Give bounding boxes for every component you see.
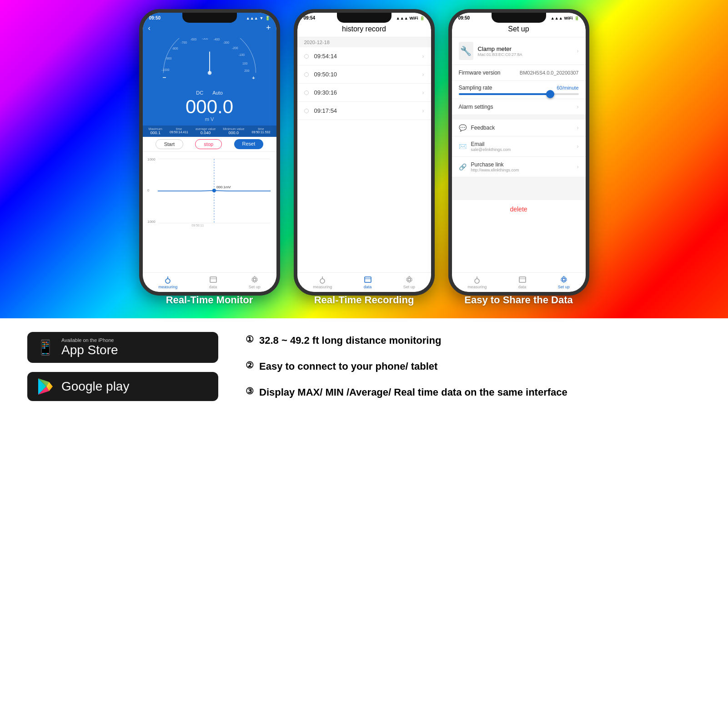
- label-monitor: Real-Time Monitor: [139, 294, 280, 306]
- svg-text:-700: -700: [181, 41, 187, 44]
- meter-display: -1000 -900 -800 -700 -600 -500 -400 -300…: [143, 35, 276, 126]
- record-circle-2: [304, 72, 309, 77]
- phone-measuring: 09:50 ▲▲▲ ▼ 🔋 ‹ +: [139, 9, 280, 296]
- purchase-icon: 🔗: [459, 163, 467, 171]
- feedback-label: Feedback: [471, 125, 495, 131]
- svg-text:-600: -600: [190, 38, 196, 41]
- appstore-icon: 📱: [36, 339, 55, 356]
- device-name: Clamp meter: [478, 45, 522, 52]
- app-badges: 📱 Available on the iPhone App Store: [27, 332, 218, 401]
- label-share: Easy to Share the Data: [448, 294, 589, 306]
- feedback-item[interactable]: 💬 Feedback ›: [452, 120, 586, 136]
- device-info: Clamp meter Mac:01:B3:EC:C0:27:8A: [478, 45, 522, 57]
- alarm-item[interactable]: Alarm settings ›: [452, 99, 586, 115]
- feature-num-2: ②: [246, 360, 254, 371]
- back-icon[interactable]: ‹: [148, 24, 151, 32]
- device-mac: Mac:01:B3:EC:C0:27:8A: [478, 52, 522, 57]
- history-title: history record: [297, 21, 431, 37]
- firmware-value: BM02H5S4.0.0_20200307: [520, 70, 579, 75]
- sampling-slider[interactable]: [459, 93, 579, 95]
- purchase-url: http://www.elinkthings.com: [471, 168, 519, 172]
- meter-header: ‹ +: [143, 21, 276, 35]
- alarm-label: Alarm settings: [459, 104, 493, 110]
- label-recording: Real-Time Recording: [294, 294, 435, 306]
- appstore-small: Available on the iPhone: [61, 337, 118, 343]
- appstore-badge[interactable]: 📱 Available on the iPhone App Store: [27, 332, 218, 363]
- sampling-label: Sampling rate: [459, 85, 492, 91]
- features-list: ① 32.8 ~ 49.2 ft long distance monitorin…: [246, 332, 701, 401]
- feature-1: ① 32.8 ~ 49.2 ft long distance monitorin…: [246, 334, 701, 347]
- stats-row: Maximum 000.1 time 09:50:14.411 average …: [143, 126, 276, 137]
- purchase-item[interactable]: 🔗 Purchase link http://www.elinkthings.c…: [452, 157, 586, 177]
- svg-text:-300: -300: [223, 41, 229, 44]
- slider-thumb[interactable]: [546, 90, 554, 98]
- appstore-text: Available on the iPhone App Store: [61, 337, 118, 357]
- googleplay-text: Google play: [61, 379, 129, 394]
- chevron-2: ›: [422, 71, 424, 78]
- svg-point-40: [562, 278, 565, 281]
- svg-text:0: 0: [147, 188, 149, 192]
- email-item[interactable]: ✉️ Email sale@elinkthings.com ›: [452, 136, 586, 157]
- divider-1: [452, 115, 586, 120]
- history-item-4[interactable]: 09:17:54 ›: [297, 102, 431, 120]
- appstore-big: App Store: [61, 343, 118, 357]
- time-2: 09:54: [304, 15, 316, 20]
- notch-3: [492, 13, 546, 23]
- googleplay-badge[interactable]: Google play: [27, 372, 218, 401]
- delete-button[interactable]: delete: [452, 200, 586, 218]
- google-play-icon: [36, 377, 55, 396]
- history-item-3[interactable]: 09:30:16 ›: [297, 84, 431, 102]
- gray-area: [452, 177, 586, 200]
- svg-text:-1000: -1000: [161, 68, 170, 71]
- setup-title: Set up: [452, 21, 586, 37]
- email-icon: ✉️: [459, 143, 467, 150]
- feature-3: ③ Display MAX/ MIN /Average/ Real time d…: [246, 386, 701, 399]
- status-icons-1: ▲▲▲ ▼ 🔋: [246, 16, 270, 20]
- meter-value: 000.0: [147, 97, 272, 116]
- reset-button[interactable]: Reset: [234, 139, 264, 149]
- svg-point-15: [207, 71, 211, 75]
- feature-text-1: 32.8 ~ 49.2 ft long distance monitoring: [259, 334, 441, 347]
- meter-arc-svg: -1000 -900 -800 -700 -600 -500 -400 -300…: [151, 38, 269, 88]
- feature-text-2: Easy to connect to your phone/ tablet: [259, 360, 437, 373]
- meter-unit: m V: [147, 116, 272, 122]
- email-addr: sale@elinkthings.com: [471, 147, 511, 152]
- plus-icon[interactable]: +: [266, 23, 271, 33]
- svg-point-35: [408, 278, 411, 281]
- control-buttons: Start stop Reset: [143, 137, 276, 151]
- history-item-1[interactable]: 09:54:14 ›: [297, 47, 431, 65]
- svg-text:1000: 1000: [147, 157, 155, 161]
- gradient-labels: Real-Time Monitor Real-Time Recording Ea…: [0, 282, 728, 318]
- chevron-3: ›: [422, 90, 424, 96]
- chevron-4: ›: [422, 108, 424, 114]
- feature-text-3: Display MAX/ MIN /Average/ Real time dat…: [259, 386, 567, 399]
- feedback-icon: 💬: [459, 124, 467, 131]
- record-time-3: 09:30:16: [314, 89, 337, 96]
- slider-fill: [459, 93, 549, 95]
- start-button[interactable]: Start: [156, 139, 183, 149]
- chevron-1: ›: [422, 53, 424, 60]
- svg-text:+: +: [252, 75, 255, 81]
- history-item-2[interactable]: 09:50:10 ›: [297, 65, 431, 84]
- record-circle-1: [304, 54, 309, 59]
- svg-text:-400: -400: [213, 38, 220, 41]
- firmware-item: Firmware version BM02H5S4.0.0_20200307: [452, 65, 586, 81]
- sampling-value: 60/minute: [557, 85, 578, 90]
- svg-text:-200: -200: [232, 46, 238, 50]
- record-time-1: 09:54:14: [314, 53, 337, 60]
- device-icon: 🔧: [459, 42, 473, 60]
- features-section: 📱 Available on the iPhone App Store: [0, 318, 728, 415]
- record-time-2: 09:50:10: [314, 71, 337, 78]
- notch-1: [182, 13, 237, 23]
- svg-text:−: −: [162, 74, 166, 81]
- svg-text:-800: -800: [172, 47, 178, 50]
- sampling-section: Sampling rate 60/minute: [452, 81, 586, 99]
- record-time-4: 09:17:54: [314, 107, 337, 114]
- record-circle-4: [304, 109, 309, 113]
- svg-text:-500: -500: [202, 38, 208, 40]
- purchase-chevron: ›: [577, 164, 579, 170]
- svg-text:-100: -100: [238, 53, 245, 56]
- stop-button[interactable]: stop: [195, 139, 222, 149]
- device-item[interactable]: 🔧 Clamp meter Mac:01:B3:EC:C0:27:8A ›: [452, 37, 586, 65]
- feature-2: ② Easy to connect to your phone/ tablet: [246, 360, 701, 373]
